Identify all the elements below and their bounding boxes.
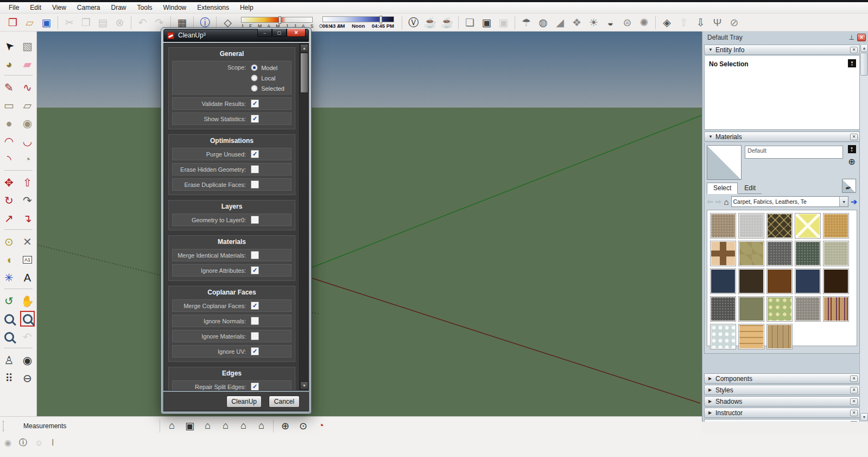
rotated-rectangle-tool-button[interactable]: ▱ [19, 96, 36, 114]
radio-button-icon[interactable] [251, 85, 258, 92]
right-view-button[interactable]: ⌂ [217, 418, 235, 434]
menu-extensions[interactable]: Extensions [192, 3, 235, 12]
material-swatch-denim-navy[interactable] [710, 268, 736, 294]
toggle-north-arrow-button[interactable]: ⊕ [276, 418, 294, 434]
tab-select[interactable]: Select [707, 183, 738, 194]
chevron-down-icon[interactable]: ▼ [839, 197, 848, 206]
model-viewport[interactable] [37, 32, 702, 416]
checkbox-validate-results[interactable]: ✓ [251, 99, 259, 108]
undo-button[interactable]: ↶ [134, 15, 151, 30]
material-swatch-wood-planks-tan[interactable] [738, 324, 764, 349]
material-swatch-denim-dark-blue[interactable] [795, 268, 821, 294]
radio-button-icon[interactable] [251, 64, 258, 71]
walk-tool-button[interactable]: ⠿ [1, 369, 17, 387]
front-view-button[interactable]: ⌂ [199, 418, 217, 434]
delete-button[interactable]: ⊗ [111, 15, 128, 30]
checkbox-merge-identical-materials[interactable] [251, 251, 259, 259]
secondary-pane-button[interactable]: ▾+ [848, 145, 856, 153]
panel-close-button[interactable]: ✕ [850, 398, 858, 405]
material-swatch-carpet-plush-beige[interactable] [710, 213, 736, 239]
checkbox-erase-duplicate-faces[interactable] [251, 180, 259, 189]
vray-import-proxy-button[interactable]: ⇩ [692, 15, 709, 30]
sample-paint-eyedropper-icon[interactable]: ✒ [841, 181, 856, 195]
checkbox-ignore-uv[interactable]: ✓ [251, 347, 259, 355]
checkbox-repair-split-edges[interactable]: ✓ [251, 383, 259, 390]
vray-export-proxy-button[interactable]: ⇧ [675, 15, 692, 30]
tray-scrollbar[interactable]: ▲ ▼ [859, 43, 868, 422]
material-swatch-tile-cross-tan[interactable] [710, 241, 736, 266]
material-swatch-fabric-wavy-tan[interactable] [766, 324, 793, 349]
geolocation-icon[interactable]: ◉ [4, 437, 11, 448]
dialog-scrollbar[interactable]: ▲ ▼ [299, 43, 308, 390]
panel-close-button[interactable]: ✕ [850, 47, 858, 53]
menu-edit[interactable]: Edit [24, 3, 47, 12]
checkbox-ignore-normals[interactable] [251, 317, 259, 325]
tray-scroll-up[interactable]: ▲ [860, 44, 868, 52]
material-swatch-fabric-olive[interactable] [738, 296, 764, 322]
collection-dropdown[interactable]: Carpet, Fabrics, Leathers, Te ▼ [731, 196, 849, 207]
scroll-down-button[interactable]: ▼ [300, 381, 308, 390]
radio-option-model[interactable]: Model [251, 62, 284, 73]
vray-rectangle-light-button[interactable]: ☂ [518, 15, 535, 30]
vray-fur-button[interactable]: Ψ [709, 15, 726, 30]
vray-sun-light-button[interactable]: ✺ [636, 15, 652, 30]
orbit-tool-button[interactable]: ↺ [1, 292, 17, 310]
material-swatch-leather-saddle-brown[interactable] [766, 268, 793, 294]
radio-option-selected[interactable]: Selected [251, 83, 284, 93]
claim-credit-icon[interactable]: ⓘ [19, 437, 27, 448]
material-swatch-fabric-sage[interactable] [823, 241, 849, 266]
cleanup-button[interactable]: CleanUp [226, 396, 262, 408]
eraser-tool-button[interactable]: ▰ [19, 55, 36, 73]
date-slider-track[interactable] [241, 17, 313, 23]
material-swatch-carpet-loop-gray[interactable] [738, 213, 764, 239]
vray-render-button[interactable]: ☕ [422, 15, 439, 30]
sign-in-icon[interactable]: ☺ [35, 437, 43, 448]
save-model-button[interactable]: ▣ [38, 15, 55, 30]
polygon-tool-button[interactable]: ◉ [19, 114, 36, 132]
panel-close-button[interactable]: ✕ [850, 134, 858, 140]
iso-view-button[interactable]: ⌂ [163, 418, 181, 434]
material-swatch-fabric-green-dots[interactable] [766, 296, 793, 322]
vray-sphere-light-button[interactable]: ◍ [535, 15, 552, 30]
material-swatch-carpet-argyle-black-gold[interactable] [766, 213, 793, 239]
3d-text-tool-button[interactable]: A [19, 268, 36, 286]
scale-tool-button[interactable]: ↗ [1, 209, 17, 227]
checkbox-merge-coplanar-faces[interactable]: ✓ [251, 302, 259, 310]
panel-close-button[interactable]: ✕ [850, 410, 858, 416]
rotate-tool-button[interactable]: ↻ [1, 191, 17, 209]
material-swatch-fabric-tweed-multi[interactable] [795, 296, 821, 322]
vray-interactive-render-button[interactable]: ☕ [439, 15, 455, 30]
maximize-button[interactable]: ▢ [272, 29, 287, 37]
dimension-tool-button[interactable]: ✕ [19, 233, 36, 251]
time-slider-handle[interactable] [379, 16, 382, 23]
axes-tool-button[interactable]: ✳ [1, 268, 17, 286]
material-swatch-leather-espresso[interactable] [823, 268, 849, 294]
push-pull-tool-button[interactable]: ⇧ [19, 173, 36, 191]
material-swatch-carpet-forest-green[interactable] [795, 241, 821, 266]
details-arrow-button[interactable]: ➔ [851, 197, 857, 206]
panel-header-materials[interactable]: ▼ Materials ✕ [704, 132, 860, 142]
vray-clipper-button[interactable]: ⊘ [726, 15, 743, 30]
look-around-tool-button[interactable]: ◉ [19, 351, 36, 369]
protractor-tool-button[interactable]: ◖ [1, 251, 17, 268]
scroll-up-button[interactable]: ▲ [300, 44, 308, 52]
checkbox-show-statistics[interactable]: ✓ [251, 115, 259, 123]
minimize-button[interactable]: – [257, 29, 272, 37]
panel-header-components[interactable]: ▶Components✕ [704, 373, 860, 384]
zoom-extents-tool-button[interactable] [1, 328, 17, 346]
radio-option-local[interactable]: Local [251, 73, 284, 83]
panel-header-instructor[interactable]: ▶Instructor✕ [704, 408, 860, 418]
set-north-tool-button[interactable]: ⊙ [294, 418, 312, 434]
previous-view-tool-button[interactable]: ↶ [19, 328, 36, 346]
text-tool-button[interactable]: A1 [19, 251, 36, 268]
create-material-button[interactable]: ⊕ [848, 156, 855, 167]
tray-scroll-thumb[interactable] [860, 53, 868, 76]
tab-edit[interactable]: Edit [738, 183, 762, 194]
section-plane-tool-button[interactable]: ⊖ [19, 369, 36, 387]
vray-mesh-light-button[interactable]: ⊜ [619, 15, 636, 30]
vray-lock-scene-button[interactable]: ▣ [495, 15, 512, 30]
vray-frame-buffer-button[interactable]: ❏ [461, 15, 478, 30]
two-point-arc-tool-button[interactable]: ◡ [19, 132, 36, 150]
select-tool-button[interactable]: ➤ [1, 37, 17, 55]
position-camera-tool-button[interactable]: ♙ [1, 351, 17, 369]
